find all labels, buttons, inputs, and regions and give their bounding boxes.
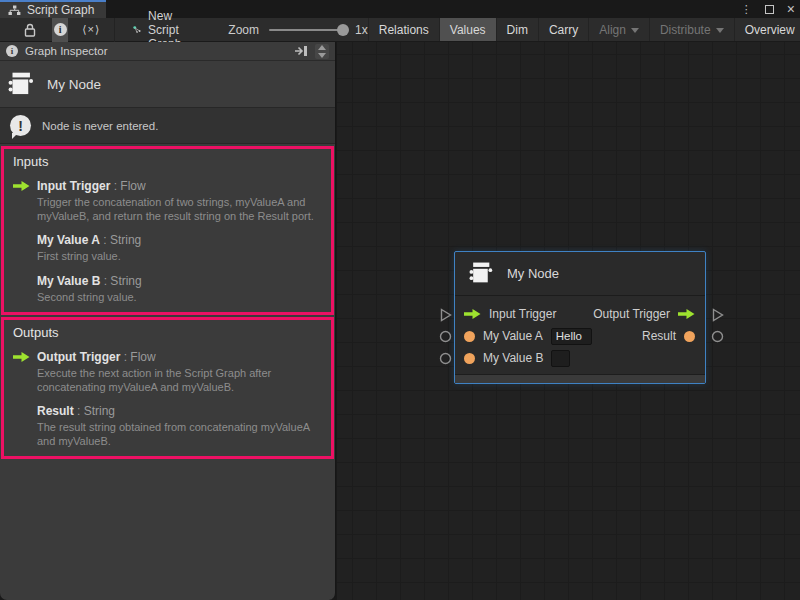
inputs-section: Inputs Input Trigger : Flow Trigger the … xyxy=(1,146,334,315)
script-graph-icon xyxy=(133,23,141,36)
flow-output-port-icon[interactable] xyxy=(678,308,695,320)
zoom-slider[interactable] xyxy=(269,29,347,31)
inspected-node-title: My Node xyxy=(47,77,101,92)
my-value-a-port-label: My Value A xyxy=(483,329,543,343)
zoom-slider-knob[interactable] xyxy=(337,24,349,36)
port-row-result: Result : String The result string obtain… xyxy=(13,401,323,448)
chevron-down-icon[interactable] xyxy=(318,53,326,58)
info-icon: i xyxy=(54,23,67,36)
tab-bar: Script Graph ⋮ × xyxy=(0,0,800,18)
flow-connection-endpoint[interactable] xyxy=(439,308,453,322)
value-connection-endpoint[interactable] xyxy=(439,352,452,365)
distribute-dropdown[interactable]: Distribute xyxy=(649,18,734,41)
dim-button[interactable]: Dim xyxy=(496,18,538,41)
chevron-down-icon xyxy=(631,28,639,33)
graph-hierarchy-icon xyxy=(8,5,21,16)
value-port-icon xyxy=(13,230,37,264)
outputs-section: Outputs Output Trigger : Flow Execute th… xyxy=(1,317,334,459)
inspected-node-header: My Node xyxy=(0,61,335,107)
flow-input-port-icon[interactable] xyxy=(464,308,481,320)
carry-button[interactable]: Carry xyxy=(538,18,588,41)
toolbar-button-group: Relations Values Dim Carry Align Distrib… xyxy=(368,18,800,41)
flow-connection-endpoint[interactable] xyxy=(711,308,725,322)
node-title: My Node xyxy=(507,266,559,281)
toolbar-separator xyxy=(114,18,115,42)
inputs-section-title: Inputs xyxy=(13,154,323,169)
flow-port-icon xyxy=(13,176,37,223)
code-preview-icon[interactable]: ⟨×⟩ xyxy=(82,23,100,36)
warning-banner: ! Node is never entered. xyxy=(0,107,335,144)
window-controls: ⋮ × xyxy=(741,0,795,18)
inspector-header: i Graph Inspector xyxy=(0,42,335,61)
value-port-icon xyxy=(13,401,37,448)
outputs-section-title: Outputs xyxy=(13,325,323,340)
value-connection-endpoint[interactable] xyxy=(711,330,724,343)
input-trigger-port-label: Input Trigger xyxy=(489,307,556,321)
warning-icon: ! xyxy=(10,115,31,136)
overview-button[interactable]: Overview xyxy=(734,18,800,41)
graph-node-my-node[interactable]: My Node Input Trigger Output Trigger xyxy=(454,251,706,384)
unity-script-graph-window: Script Graph ⋮ × i ⟨×⟩ xyxy=(0,0,800,600)
relations-button[interactable]: Relations xyxy=(368,18,439,41)
node-header[interactable]: My Node xyxy=(455,252,705,296)
window-menu-icon[interactable]: ⋮ xyxy=(741,4,752,15)
value-output-port-icon[interactable] xyxy=(684,331,695,342)
toolbar-left-group: i ⟨×⟩ New Script Graph Zoom 1x xyxy=(0,18,368,41)
flow-port-icon xyxy=(13,347,37,394)
align-dropdown[interactable]: Align xyxy=(588,18,649,41)
port-row-input-trigger: Input Trigger : Flow Trigger the concate… xyxy=(13,176,323,223)
warning-text: Node is never entered. xyxy=(42,120,158,132)
tab-label: Script Graph xyxy=(27,3,94,17)
toolbar: i ⟨×⟩ New Script Graph Zoom 1x xyxy=(0,18,800,42)
value-input-port-icon[interactable] xyxy=(464,353,475,364)
graph-inspector-panel: i Graph Inspector My Node xyxy=(0,42,336,600)
info-icon: i xyxy=(6,45,18,57)
inspector-toggle-button[interactable]: i xyxy=(52,18,68,42)
chevron-down-icon xyxy=(716,28,724,33)
lock-icon[interactable] xyxy=(24,23,36,37)
inspector-title: Graph Inspector xyxy=(25,45,294,57)
chevron-up-icon[interactable] xyxy=(318,45,326,50)
panel-scroll-spinner[interactable] xyxy=(315,44,329,59)
node-icon xyxy=(469,261,494,286)
my-value-a-field[interactable] xyxy=(551,328,592,345)
dock-panel-icon[interactable] xyxy=(294,45,309,57)
my-value-b-field[interactable] xyxy=(551,350,570,367)
maximize-icon[interactable] xyxy=(765,5,774,14)
value-input-port-icon[interactable] xyxy=(464,331,475,342)
node-footer-bar xyxy=(455,374,705,383)
output-trigger-port-label: Output Trigger xyxy=(593,307,670,321)
zoom-control: Zoom 1x xyxy=(228,23,367,37)
value-port-icon xyxy=(13,271,37,305)
node-icon xyxy=(8,71,35,98)
node-ports: Input Trigger Output Trigger My Value A xyxy=(455,296,705,369)
port-row-my-value-a: My Value A : String First string value. xyxy=(13,230,323,264)
result-port-label: Result xyxy=(642,329,676,343)
graph-canvas[interactable]: My Node Input Trigger Output Trigger xyxy=(337,42,800,600)
close-icon[interactable]: × xyxy=(787,2,795,16)
zoom-label: Zoom xyxy=(228,23,259,37)
my-value-b-port-label: My Value B xyxy=(483,351,543,365)
tab-script-graph[interactable]: Script Graph xyxy=(0,0,106,18)
port-row-my-value-b: My Value B : String Second string value. xyxy=(13,271,323,305)
value-connection-endpoint[interactable] xyxy=(439,330,452,343)
port-row-output-trigger: Output Trigger : Flow Execute the next a… xyxy=(13,347,323,394)
zoom-value: 1x xyxy=(355,23,368,37)
values-button[interactable]: Values xyxy=(439,18,496,41)
